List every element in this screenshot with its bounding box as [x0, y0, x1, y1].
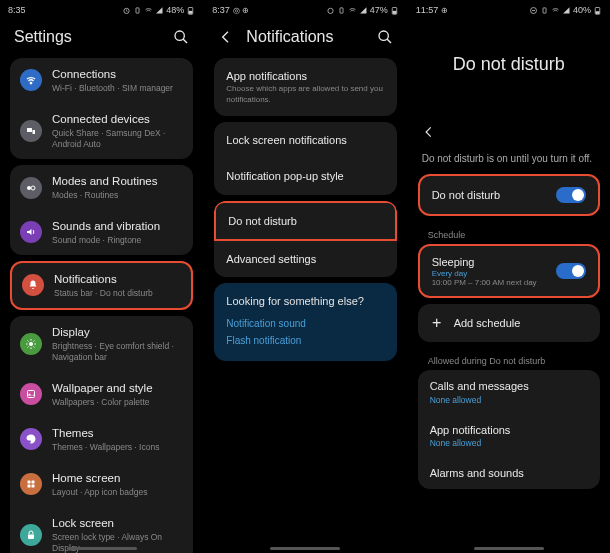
svg-point-4	[175, 31, 184, 40]
popup-style-row[interactable]: Notification pop-up style	[214, 158, 396, 194]
item-title: Do not disturb	[228, 214, 382, 228]
item-sub: Choose which apps are allowed to send yo…	[226, 84, 384, 105]
nav-pill[interactable]	[270, 547, 340, 550]
sound-icon	[20, 221, 42, 243]
svg-rect-23	[543, 7, 546, 12]
alarm-icon	[326, 6, 335, 15]
battery-text: 47%	[370, 5, 388, 15]
sleeping-toggle[interactable]	[556, 263, 586, 279]
back-button[interactable]	[218, 29, 234, 45]
svg-rect-7	[33, 130, 36, 134]
item-title: Wallpaper and style	[52, 381, 183, 396]
devices-icon	[20, 120, 42, 142]
svg-rect-18	[340, 7, 343, 12]
settings-item-connections[interactable]: ConnectionsWi-Fi · Bluetooth · SIM manag…	[10, 58, 193, 103]
vibrate-icon	[133, 6, 142, 15]
svg-point-8	[27, 186, 31, 190]
suggest-link-flash[interactable]: Flash notification	[226, 332, 384, 349]
nav-pill[interactable]	[67, 547, 137, 550]
dnd-toggle[interactable]	[556, 187, 586, 203]
wallpaper-icon	[20, 383, 42, 405]
item-title: App notifications	[226, 69, 384, 83]
app-notifications-allowed-row[interactable]: App notifications None allowed	[418, 414, 600, 457]
item-sub: Themes · Wallpapers · Icons	[52, 442, 183, 453]
lock-screen-notifications-row[interactable]: Lock screen notifications	[214, 122, 396, 158]
item-title: Connected devices	[52, 112, 183, 127]
app-notifications-row[interactable]: App notifications Choose which apps are …	[214, 58, 396, 116]
status-icons: 48%	[122, 5, 195, 15]
status-time: 8:37	[212, 5, 230, 15]
settings-header: Settings	[0, 18, 203, 58]
svg-rect-1	[136, 7, 139, 12]
item-sub: None allowed	[430, 395, 588, 405]
item-title: Display	[52, 325, 183, 340]
settings-item-themes[interactable]: ThemesThemes · Wallpapers · Icons	[10, 417, 193, 462]
allowed-label: Allowed during Do not disturb	[414, 348, 604, 370]
status-bar: 11:57 ⊕ 40%	[408, 0, 610, 18]
item-title: Alarms and sounds	[430, 466, 588, 480]
dnd-icon	[529, 6, 538, 15]
svg-rect-14	[28, 485, 31, 488]
advanced-settings-row[interactable]: Advanced settings	[214, 241, 396, 277]
signal-icon	[155, 6, 164, 15]
search-icon[interactable]	[173, 29, 189, 45]
settings-item-sounds[interactable]: Sounds and vibrationSound mode · Rington…	[10, 210, 193, 255]
item-sub: Layout · App icon badges	[52, 487, 183, 498]
panel-dnd: 11:57 ⊕ 40% Do not disturb Do not distur…	[407, 0, 610, 553]
svg-rect-3	[189, 10, 193, 13]
item-sub: Brightness · Eye comfort shield · Naviga…	[52, 341, 183, 363]
notifications-header: Notifications	[204, 18, 406, 58]
alarms-sounds-row[interactable]: Alarms and sounds	[418, 457, 600, 489]
settings-item-display[interactable]: DisplayBrightness · Eye comfort shield ·…	[10, 316, 193, 372]
schedule-label: Schedule	[414, 222, 604, 244]
svg-rect-16	[28, 534, 34, 539]
do-not-disturb-row[interactable]: Do not disturb	[214, 201, 396, 241]
svg-point-17	[328, 8, 333, 13]
svg-rect-12	[28, 481, 31, 484]
status-bar: 8:35 48%	[0, 0, 203, 18]
battery-icon	[390, 6, 399, 15]
signal-icon	[359, 6, 368, 15]
status-time: 11:57	[416, 5, 439, 15]
settings-item-connected-devices[interactable]: Connected devicesQuick Share · Samsung D…	[10, 103, 193, 159]
item-title: Calls and messages	[430, 379, 588, 393]
wifi-icon	[551, 6, 560, 15]
battery-text: 48%	[166, 5, 184, 15]
alarm-icon	[122, 6, 131, 15]
lock-icon	[20, 524, 42, 546]
settings-item-notifications[interactable]: NotificationsStatus bar · Do not disturb	[12, 263, 191, 308]
themes-icon	[20, 428, 42, 450]
status-icons: 40%	[529, 5, 602, 15]
page-title: Notifications	[246, 28, 364, 46]
item-title: Do not disturb	[432, 188, 500, 202]
page-title: Do not disturb	[408, 18, 610, 125]
settings-item-modes[interactable]: Modes and RoutinesModes · Routines	[10, 165, 193, 210]
vibrate-icon	[540, 6, 549, 15]
bell-icon	[22, 274, 44, 296]
item-title: Lock screen	[52, 516, 183, 531]
status-bar: 8:37 ◎ ⊕ 47%	[204, 0, 406, 18]
item-title: Home screen	[52, 471, 183, 486]
item-title: Modes and Routines	[52, 174, 183, 189]
wifi-icon	[144, 6, 153, 15]
nav-pill[interactable]	[474, 547, 544, 550]
settings-item-wallpaper[interactable]: Wallpaper and styleWallpapers · Color pa…	[10, 372, 193, 417]
add-schedule-row[interactable]: + Add schedule	[418, 304, 600, 342]
battery-icon	[186, 6, 195, 15]
display-icon	[20, 333, 42, 355]
back-button[interactable]	[408, 125, 610, 153]
home-icon	[20, 473, 42, 495]
dnd-toggle-row[interactable]: Do not disturb	[420, 176, 598, 214]
item-sub: Quick Share · Samsung DeX · Android Auto	[52, 128, 183, 150]
item-sub: Wi-Fi · Bluetooth · SIM manager	[52, 83, 183, 94]
calls-messages-row[interactable]: Calls and messages None allowed	[418, 370, 600, 413]
svg-point-21	[379, 31, 388, 40]
vibrate-icon	[337, 6, 346, 15]
suggest-link-sound[interactable]: Notification sound	[226, 315, 384, 332]
schedule-sleeping-row[interactable]: Sleeping Every day 10:00 PM – 7:00 AM ne…	[420, 246, 598, 296]
search-icon[interactable]	[377, 29, 393, 45]
item-sub: Wallpapers · Color palette	[52, 397, 183, 408]
suggestion-card: Looking for something else? Notification…	[214, 283, 396, 361]
settings-item-home-screen[interactable]: Home screenLayout · App icon badges	[10, 462, 193, 507]
plus-icon: +	[430, 314, 444, 332]
